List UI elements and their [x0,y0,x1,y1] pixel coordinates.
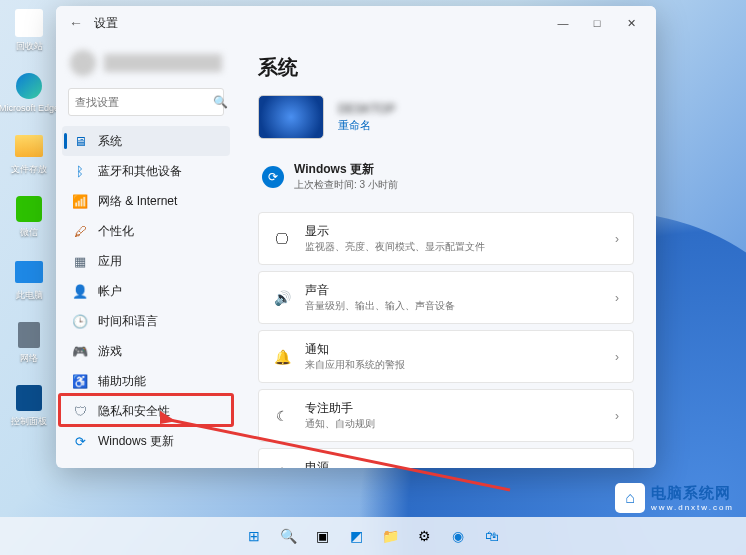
minimize-button[interactable]: — [546,9,580,37]
card-title: 通知 [305,341,601,358]
sidebar-item-4[interactable]: ▦应用 [62,246,230,276]
sidebar-item-0[interactable]: 🖥系统 [62,126,230,156]
sidebar-item-7[interactable]: 🎮游戏 [62,336,230,366]
store-icon[interactable]: 🛍 [478,522,506,550]
sidebar-item-6[interactable]: 🕒时间和语言 [62,306,230,336]
user-account-block[interactable] [62,48,230,78]
card-icon: 🖵 [273,231,291,247]
card-subtitle: 通知、自动规则 [305,417,601,431]
settings-taskbar-icon[interactable]: ⚙ [410,522,438,550]
desktop-icon-label: 微信 [20,226,38,239]
device-name: DESKTOP [338,102,395,116]
search-input[interactable] [75,96,213,108]
watermark: ⌂ 电脑系统网 www.dnxtw.com [615,483,734,513]
desktop-icon-edge[interactable]: Microsoft Edge [8,71,50,113]
desktop-icon-label: 网络 [20,352,38,365]
desktop-icon-label: 回收站 [16,40,43,53]
card-subtitle: 监视器、亮度、夜间模式、显示配置文件 [305,240,601,254]
settings-window: ← 设置 — □ ✕ 🔍 🖥系统ᛒ蓝牙和其他设备📶网络 & Internet🖊个… [56,6,656,468]
nav-icon: 📶 [72,193,88,209]
sidebar-item-9[interactable]: 🛡隐私和安全性 [62,396,230,426]
desktop-icon-net[interactable]: 网络 [8,320,50,365]
desktop-icon-recycle[interactable]: 回收站 [8,8,50,53]
nav-label: 帐户 [98,283,122,300]
edge-taskbar-icon[interactable]: ◉ [444,522,472,550]
desktop-icon-wechat[interactable]: 微信 [8,194,50,239]
device-image [258,95,324,139]
card-title: 专注助手 [305,400,601,417]
nav-icon: 🖊 [72,223,88,239]
watermark-url: www.dnxtw.com [651,503,734,512]
sidebar-item-3[interactable]: 🖊个性化 [62,216,230,246]
maximize-button[interactable]: □ [580,9,614,37]
nav-icon: 🛡 [72,403,88,419]
desktop-icon-label: 控制面板 [11,415,47,428]
card-title: 显示 [305,223,601,240]
settings-card-1[interactable]: 🔊声音音量级别、输出、输入、声音设备› [258,271,634,324]
desktop-icon-folder[interactable]: 文件存放 [8,131,50,176]
card-subtitle: 音量级别、输出、输入、声音设备 [305,299,601,313]
sidebar-item-8[interactable]: ♿辅助功能 [62,366,230,396]
sidebar-item-5[interactable]: 👤帐户 [62,276,230,306]
titlebar: ← 设置 — □ ✕ [56,6,656,40]
task-view-icon[interactable]: ▣ [308,522,336,550]
rename-link[interactable]: 重命名 [338,118,395,133]
desktop-icon-label: 文件存放 [11,163,47,176]
close-button[interactable]: ✕ [614,9,648,37]
sidebar-item-2[interactable]: 📶网络 & Internet [62,186,230,216]
nav-label: 时间和语言 [98,313,158,330]
sidebar-item-1[interactable]: ᛒ蓝牙和其他设备 [62,156,230,186]
card-title: 声音 [305,282,601,299]
explorer-icon[interactable]: 📁 [376,522,404,550]
page-heading: 系统 [258,54,634,81]
card-icon: 🔊 [273,290,291,306]
nav-label: 辅助功能 [98,373,146,390]
windows-update-status[interactable]: ⟳ Windows 更新 上次检查时间: 3 小时前 [258,155,634,198]
widgets-icon[interactable]: ◩ [342,522,370,550]
nav-label: 蓝牙和其他设备 [98,163,182,180]
nav-label: 隐私和安全性 [98,403,170,420]
settings-card-4[interactable]: ⏻电源睡眠、电池使用情况、节电模式› [258,448,634,468]
update-icon: ⟳ [262,166,284,188]
nav-label: 系统 [98,133,122,150]
nav-label: Windows 更新 [98,433,174,450]
nav-icon: ♿ [72,373,88,389]
search-taskbar-icon[interactable]: 🔍 [274,522,302,550]
nav-icon: ▦ [72,253,88,269]
search-box[interactable]: 🔍 [68,88,224,116]
desktop-icon-pc[interactable]: 此电脑 [8,257,50,302]
card-subtitle: 来自应用和系统的警报 [305,358,601,372]
watermark-logo-icon: ⌂ [615,483,645,513]
search-icon: 🔍 [213,95,228,109]
card-title: 电源 [305,459,601,468]
watermark-brand: 电脑系统网 [651,484,734,503]
device-row: DESKTOP 重命名 [258,95,634,139]
nav-label: 应用 [98,253,122,270]
nav-icon: ᛒ [72,163,88,179]
desktop-icon-label: Microsoft Edge [0,103,59,113]
settings-card-0[interactable]: 🖵显示监视器、亮度、夜间模式、显示配置文件› [258,212,634,265]
chevron-right-icon: › [615,409,619,423]
sidebar-item-10[interactable]: ⟳Windows 更新 [62,426,230,456]
nav-icon: 🕒 [72,313,88,329]
chevron-right-icon: › [615,350,619,364]
update-title: Windows 更新 [294,161,398,178]
window-title: 设置 [94,15,118,32]
desktop-icon-ctrl[interactable]: 控制面板 [8,383,50,428]
taskbar: ⊞ 🔍 ▣ ◩ 📁 ⚙ ◉ 🛍 [0,517,746,555]
card-icon: ☾ [273,408,291,424]
back-button[interactable]: ← [64,15,88,31]
nav-icon: 🖥 [72,133,88,149]
avatar [70,50,96,76]
nav-label: 网络 & Internet [98,193,177,210]
settings-card-2[interactable]: 🔔通知来自应用和系统的警报› [258,330,634,383]
start-button[interactable]: ⊞ [240,522,268,550]
desktop-icon-label: 此电脑 [16,289,43,302]
nav-icon: ⟳ [72,433,88,449]
nav-label: 个性化 [98,223,134,240]
chevron-right-icon: › [615,468,619,469]
settings-card-3[interactable]: ☾专注助手通知、自动规则› [258,389,634,442]
nav-icon: 🎮 [72,343,88,359]
card-icon: ⏻ [273,467,291,469]
nav-icon: 👤 [72,283,88,299]
